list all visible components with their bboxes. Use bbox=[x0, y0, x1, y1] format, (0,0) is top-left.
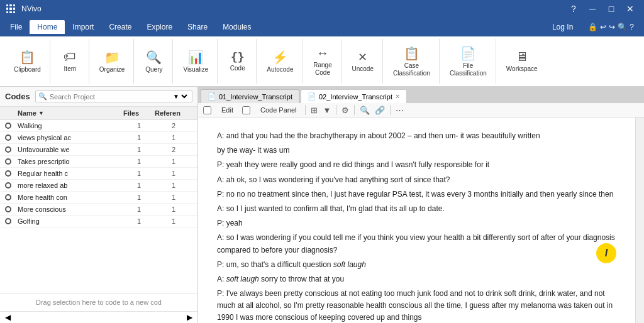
minimize-btn[interactable]: ─ bbox=[584, 0, 601, 18]
code-files: 1 bbox=[123, 158, 155, 165]
transcript-line: A: so I was wondering if you could tell … bbox=[217, 232, 616, 256]
code-row[interactable]: Unfavourable we 1 2 bbox=[0, 144, 197, 156]
uncode-btn[interactable]: ✕ Uncode bbox=[348, 48, 377, 75]
code-panel-checkbox[interactable] bbox=[242, 106, 250, 114]
edit-btn[interactable]: Edit bbox=[218, 105, 237, 115]
menu-login[interactable]: Log In bbox=[545, 20, 580, 34]
transcript-line: P: yeah bbox=[217, 217, 616, 229]
code-row[interactable]: views physical ac 1 1 bbox=[0, 132, 197, 144]
search-doc-icon[interactable]: 🔍 bbox=[360, 106, 370, 115]
code-btn[interactable]: {} Code bbox=[225, 48, 250, 75]
menu-share[interactable]: Share bbox=[180, 20, 215, 34]
col-files: Files bbox=[123, 109, 155, 117]
sidebar: Codes 🔍 ▼ Name ▼ Files Referen Walking 1… bbox=[0, 87, 198, 323]
autocode-btn[interactable]: ⚡ Autocode bbox=[263, 47, 297, 76]
code-name: More health con bbox=[18, 194, 123, 201]
tab-interview-01[interactable]: 📄 01_Interview_Transcript bbox=[201, 89, 299, 103]
right-scrollbar[interactable] bbox=[635, 118, 644, 323]
rangecode-btn[interactable]: ↔ RangeCode bbox=[309, 43, 335, 79]
search-box[interactable]: 🔍 ▼ bbox=[35, 90, 192, 102]
transcript-line: A: soft laugh sorry to throw that at you bbox=[217, 273, 616, 285]
menu-create[interactable]: Create bbox=[101, 20, 139, 34]
main-area: Codes 🔍 ▼ Name ▼ Files Referen Walking 1… bbox=[0, 87, 644, 323]
menu-modules[interactable]: Modules bbox=[215, 20, 258, 34]
clipboard-btn[interactable]: 📋 Clipboard bbox=[10, 47, 45, 76]
visualize-btn[interactable]: 📊 Visualize bbox=[179, 47, 212, 76]
col-references: Referen bbox=[155, 109, 192, 117]
file-classification-btn[interactable]: 📄 FileClassification bbox=[446, 43, 491, 80]
ribbon-group-autocode: ⚡ Autocode bbox=[258, 39, 303, 84]
code-files: 1 bbox=[123, 122, 155, 129]
maximize-btn[interactable]: □ bbox=[602, 0, 620, 18]
transcript-line: P: no no no treatment since then, I just… bbox=[217, 189, 616, 200]
menu-import[interactable]: Import bbox=[65, 20, 101, 34]
menu-explore[interactable]: Explore bbox=[139, 20, 180, 34]
code-row[interactable]: More conscious 1 1 bbox=[0, 204, 197, 216]
code-row[interactable]: Walking 1 2 bbox=[0, 120, 197, 132]
tab-close-02[interactable]: ✕ bbox=[395, 93, 400, 100]
transcript-line: A: and that you had the the brachytherap… bbox=[217, 130, 616, 142]
code-name: more relaxed ab bbox=[18, 182, 123, 189]
doc-content-container: IA: and that you had the the brachythera… bbox=[198, 118, 644, 323]
code-row[interactable]: Takes prescriptio 1 1 bbox=[0, 156, 197, 168]
title-bar-left: NVivo bbox=[5, 3, 42, 14]
code-panel-btn[interactable]: Code Panel bbox=[257, 105, 301, 115]
search-icon: 🔍 bbox=[38, 92, 47, 101]
case-classification-btn[interactable]: 📋 CaseClassification bbox=[389, 43, 434, 80]
code-files: 1 bbox=[123, 146, 155, 153]
close-btn[interactable]: ✕ bbox=[621, 0, 639, 18]
transcript-line: P: I've always been pretty conscious at … bbox=[217, 288, 616, 323]
transcript-line: P: yeah they were really good and re did… bbox=[217, 159, 616, 171]
ribbon-group-organize: 📁 Organize bbox=[91, 39, 135, 84]
settings-icon[interactable]: ⚙ bbox=[341, 106, 349, 115]
code-files: 1 bbox=[123, 205, 155, 213]
help-btn[interactable]: ? bbox=[565, 0, 582, 18]
code-name: Takes prescriptio bbox=[18, 158, 123, 165]
view-icon[interactable]: ⊞ bbox=[311, 106, 318, 115]
tab-label-01: 01_Interview_Transcript bbox=[219, 93, 292, 101]
more-icon[interactable]: ⋯ bbox=[396, 106, 404, 115]
app-icon bbox=[5, 3, 16, 14]
speaker-label: A: bbox=[217, 233, 224, 242]
organize-btn[interactable]: 📁 Organize bbox=[96, 47, 129, 76]
code-row[interactable]: Golfing 1 1 bbox=[0, 216, 197, 227]
edit-checkbox[interactable] bbox=[203, 106, 211, 114]
speaker-label: A: bbox=[217, 275, 224, 283]
code-circle bbox=[5, 194, 18, 200]
link-icon[interactable]: 🔗 bbox=[375, 106, 385, 115]
app-title: NVivo bbox=[21, 4, 42, 13]
workspace-btn[interactable]: 🖥 Workspace bbox=[502, 47, 541, 75]
code-files: 1 bbox=[123, 170, 155, 177]
scroll-right[interactable]: ▶ bbox=[187, 313, 192, 322]
code-references: 1 bbox=[155, 217, 192, 225]
item-btn[interactable]: 🏷 Item bbox=[57, 47, 82, 75]
tab-interview-02[interactable]: 📄 02_Interview_Transcript ✕ bbox=[301, 89, 407, 103]
speaker-label: P: bbox=[217, 190, 224, 199]
code-row[interactable]: Regular health c 1 1 bbox=[0, 168, 197, 180]
code-circle bbox=[5, 158, 18, 165]
query-btn[interactable]: 🔍 Query bbox=[142, 47, 167, 76]
tab-icon-01: 📄 bbox=[208, 92, 216, 101]
window-controls: ? ─ □ ✕ bbox=[565, 0, 639, 18]
doc-toolbar: Edit Code Panel ⊞ ▼ ⚙ 🔍 🔗 ⋯ bbox=[198, 103, 644, 118]
cursor-indicator: I bbox=[596, 243, 616, 263]
scroll-left[interactable]: ◀ bbox=[5, 313, 11, 322]
code-row[interactable]: More health con 1 1 bbox=[0, 192, 197, 204]
search-input[interactable] bbox=[50, 93, 168, 101]
code-circle bbox=[5, 123, 18, 129]
transcript-line: by the way- it was um bbox=[217, 145, 616, 156]
scroll-controls: ◀ ▶ bbox=[0, 311, 197, 323]
code-references: 1 bbox=[155, 158, 192, 165]
code-name: Regular health c bbox=[18, 170, 123, 177]
ribbon-group-visualize: 📊 Visualize bbox=[174, 39, 218, 84]
code-row[interactable]: more relaxed ab 1 1 bbox=[0, 180, 197, 192]
code-files: 1 bbox=[123, 194, 155, 201]
dropdown-icon[interactable]: ▼ bbox=[323, 106, 331, 115]
menu-file[interactable]: File bbox=[3, 20, 30, 34]
menu-home[interactable]: Home bbox=[30, 20, 65, 34]
search-filter-select[interactable]: ▼ bbox=[170, 92, 189, 101]
speaker-label: P: bbox=[217, 289, 224, 298]
ribbon-group-case-classification: 📋 CaseClassification bbox=[384, 39, 440, 84]
col-name[interactable]: Name ▼ bbox=[18, 109, 123, 117]
col-icon bbox=[5, 109, 18, 117]
